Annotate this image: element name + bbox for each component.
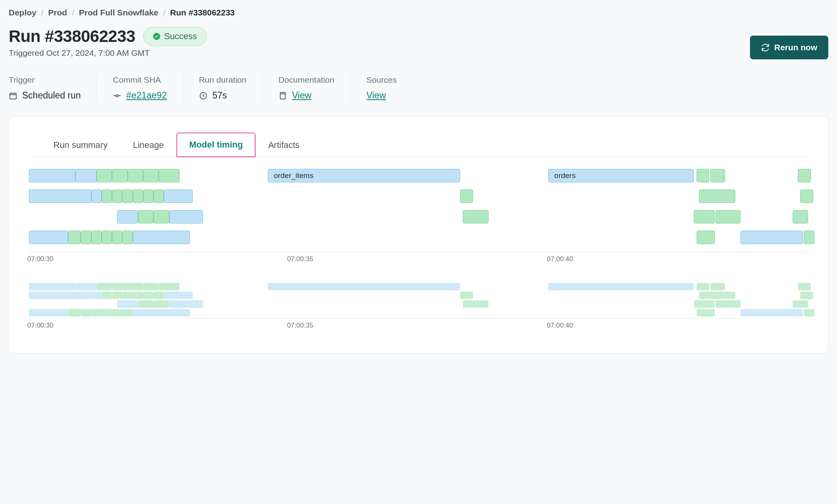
gantt-bar-test[interactable]	[804, 309, 814, 316]
gantt-bar-test[interactable]	[694, 300, 715, 308]
gantt-bar-model[interactable]	[164, 189, 192, 203]
commit-sha-link[interactable]: #e21ae92	[126, 90, 167, 101]
gantt-bar-test[interactable]	[800, 292, 813, 299]
gantt-bar-test[interactable]	[112, 189, 122, 203]
rerun-now-button[interactable]: Rerun now	[750, 36, 829, 59]
gantt-bar-model[interactable]	[76, 283, 97, 290]
gantt-bar-test[interactable]	[68, 231, 81, 244]
gantt-bar-test[interactable]	[138, 300, 153, 308]
gantt-bar-orders[interactable]	[548, 283, 694, 290]
gantt-bar-test[interactable]	[133, 292, 143, 299]
gantt-bar-test[interactable]	[102, 231, 112, 244]
gantt-bar-test[interactable]	[798, 169, 811, 182]
gantt-bar-test[interactable]	[699, 292, 735, 299]
gantt-bar-order_items[interactable]	[268, 283, 460, 290]
gantt-bar-orders[interactable]: orders	[548, 169, 694, 182]
gantt-bar-model[interactable]	[169, 210, 203, 224]
gantt-bar-test[interactable]	[81, 231, 91, 244]
gantt-bar-test[interactable]	[112, 309, 122, 316]
tab-model-timing[interactable]: Model timing	[176, 133, 256, 157]
gantt-bar-test[interactable]	[143, 292, 153, 299]
gantt-bar-test[interactable]	[128, 283, 143, 290]
gantt-bar-test[interactable]	[798, 283, 811, 290]
gantt-bar-test[interactable]	[710, 283, 725, 290]
gantt-bar-test[interactable]	[112, 169, 127, 182]
gantt-bar-model[interactable]	[29, 283, 76, 290]
gantt-bar-model[interactable]	[29, 292, 91, 299]
gantt-bar-test[interactable]	[68, 309, 81, 316]
gantt-bar-test[interactable]	[697, 231, 715, 244]
gantt-bar-test[interactable]	[153, 210, 169, 224]
gantt-bar-test[interactable]	[716, 210, 740, 224]
gantt-bar-model[interactable]	[117, 300, 138, 308]
gantt-bar-model[interactable]	[164, 292, 192, 299]
gantt-bar-test[interactable]	[159, 283, 180, 290]
gantt-bar-test[interactable]	[102, 309, 112, 316]
gantt-bar-model[interactable]	[169, 300, 203, 308]
gantt-bar-model[interactable]	[91, 189, 102, 203]
gantt-bar-model[interactable]	[740, 231, 803, 244]
gantt-bar-test[interactable]	[143, 169, 159, 182]
gantt-bar-test[interactable]	[97, 283, 112, 290]
gantt-bar-model[interactable]	[133, 231, 190, 244]
gantt-bar-test[interactable]	[697, 169, 710, 182]
gantt-bar-test[interactable]	[97, 169, 112, 182]
gantt-bar-test[interactable]	[102, 292, 112, 299]
gantt-bar-test[interactable]	[460, 189, 473, 203]
gantt-bar-test[interactable]	[153, 300, 169, 308]
gantt-bar-model[interactable]	[29, 169, 76, 182]
docs-view-link[interactable]: View	[292, 90, 311, 101]
gantt-bar-test[interactable]	[463, 300, 489, 308]
gantt-bar-test[interactable]	[143, 189, 153, 203]
gantt-bar-test[interactable]	[81, 309, 91, 316]
gantt-bar-test[interactable]	[91, 231, 102, 244]
gantt-bar-test[interactable]	[133, 189, 143, 203]
gantt-bar-test[interactable]	[694, 210, 715, 224]
gantt-bar-test[interactable]	[122, 292, 133, 299]
gantt-bar-model[interactable]	[76, 169, 97, 182]
gantt-overview[interactable]	[29, 283, 808, 318]
gantt-bar-model[interactable]	[29, 189, 91, 203]
gantt-bar-test[interactable]	[91, 309, 102, 316]
breadcrumb-item-prod[interactable]: Prod	[48, 8, 67, 17]
gantt-bar-order_items[interactable]: order_items	[268, 169, 460, 182]
tab-run-summary[interactable]: Run summary	[41, 133, 120, 157]
axis-tick: 07:00:35	[287, 255, 313, 263]
gantt-bar-test[interactable]	[793, 300, 808, 308]
tab-artifacts[interactable]: Artifacts	[256, 133, 312, 157]
gantt-bar-test[interactable]	[153, 292, 164, 299]
gantt-bar-test[interactable]	[699, 189, 735, 203]
gantt-bar-test[interactable]	[122, 309, 133, 316]
gantt-bar-test[interactable]	[153, 189, 164, 203]
gantt-bar-test[interactable]	[710, 169, 725, 182]
gantt-bar-test[interactable]	[804, 231, 814, 244]
gantt-bar-model[interactable]	[117, 210, 138, 224]
gantt-main[interactable]: order_itemsorders	[29, 169, 808, 252]
sources-view-link[interactable]: View	[366, 90, 386, 101]
gantt-bar-test[interactable]	[112, 283, 127, 290]
gantt-bar-model[interactable]	[740, 309, 803, 316]
gantt-bar-test[interactable]	[112, 231, 122, 244]
gantt-bar-model[interactable]	[29, 231, 68, 244]
gantt-bar-model[interactable]	[91, 292, 102, 299]
gantt-bar-test[interactable]	[112, 292, 122, 299]
gantt-bar-test[interactable]	[143, 283, 159, 290]
tab-lineage[interactable]: Lineage	[120, 133, 176, 157]
gantt-bar-test[interactable]	[122, 231, 133, 244]
gantt-bar-test[interactable]	[463, 210, 489, 224]
gantt-bar-test[interactable]	[102, 189, 112, 203]
breadcrumb-item-deploy[interactable]: Deploy	[9, 8, 36, 17]
breadcrumb-item-job[interactable]: Prod Full Snowflake	[79, 8, 159, 17]
gantt-bar-model[interactable]	[133, 309, 190, 316]
gantt-bar-test[interactable]	[138, 210, 153, 224]
gantt-bar-test[interactable]	[716, 300, 740, 308]
gantt-bar-test[interactable]	[793, 210, 808, 224]
gantt-bar-test[interactable]	[159, 169, 180, 182]
gantt-bar-test[interactable]	[122, 189, 133, 203]
gantt-bar-test[interactable]	[128, 169, 143, 182]
gantt-bar-model[interactable]	[29, 309, 68, 316]
gantt-bar-test[interactable]	[697, 283, 710, 290]
gantt-bar-test[interactable]	[697, 309, 715, 316]
gantt-bar-test[interactable]	[800, 189, 813, 203]
gantt-bar-test[interactable]	[460, 292, 473, 299]
